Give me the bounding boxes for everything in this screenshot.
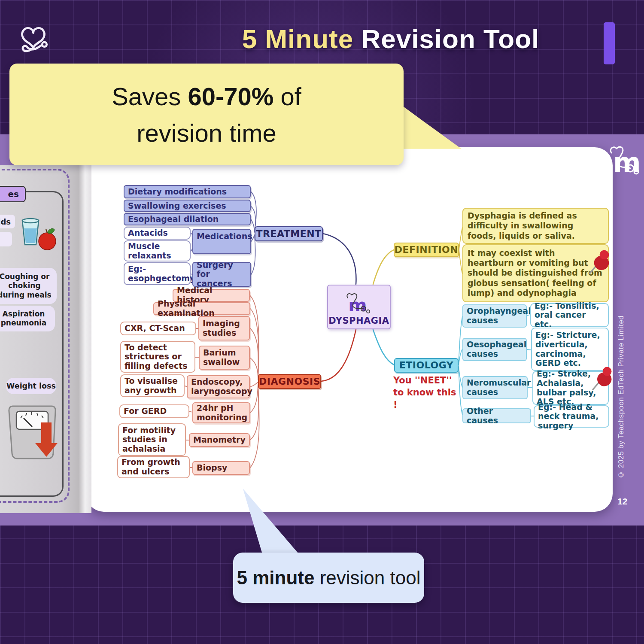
diagnosis-item-strictures-note: To detect strictures or filling defects <box>120 341 195 373</box>
pushpin-icon <box>586 249 611 276</box>
diagnosis-item-gerd-note: For GERD <box>119 404 189 418</box>
diagnosis-item-barium: Barium swallow <box>199 346 250 370</box>
previous-page-edge: es ids Coughing or choking during meals … <box>0 165 91 513</box>
bottom-callout-text: 5 minute revision tool <box>237 567 421 589</box>
diagnosis-item-imaging: Imaging studies <box>198 316 250 340</box>
neet-note: You ''NEET'' to know this ! <box>393 374 462 411</box>
pushpin-icon <box>590 366 613 392</box>
water-glass-apple-illustration <box>19 216 58 252</box>
diagnosis-item-biopsy: Biopsy <box>192 461 250 475</box>
treatment-item-dilation: Esophageal dilation <box>124 213 251 225</box>
copyright-vertical-text: © 2025 by Teachspoon EdTech Private Limi… <box>613 294 629 500</box>
heart-stethoscope-logo-icon <box>18 24 49 53</box>
diagnosis-item-cxr-ct: CXR, CT-Scan <box>120 322 196 335</box>
page-title-highlight: 5 Minute <box>242 24 353 54</box>
brand-m-stethoscope-icon: m <box>605 143 643 181</box>
top-callout-text: Saves <box>112 82 188 110</box>
etiology-example-oropharyngeal: Eg:- Tonsilitis, oral cancer etc. <box>530 303 609 327</box>
top-callout-line1: Saves 60-70% of <box>112 82 301 111</box>
treatment-branch-label: TREATMENT <box>255 226 323 241</box>
diagnosis-item-ulcers-note: From growth and ulcers <box>117 456 190 478</box>
treatment-item-swallowing: Swallowing exercises <box>124 200 251 212</box>
partial-heading-pill: es <box>0 186 26 202</box>
diagnosis-item-motility-note: For motility studies in achalasia <box>118 423 186 456</box>
etiology-branch-label: ETIOLOGY <box>394 358 459 373</box>
treatment-item-antacids: Antacids <box>124 227 191 240</box>
page-number: 12 <box>617 496 627 507</box>
page-title: 5 Minute Revision Tool <box>180 24 601 54</box>
etiology-cause-other: Other causes <box>462 408 531 423</box>
treatment-item-muscle-relaxants: Muscle relaxants <box>124 240 191 261</box>
top-callout-line2: revision time <box>137 118 276 147</box>
etiology-example-oesophageal: Eg:- Stricture, diverticula, carcinoma, … <box>531 328 609 371</box>
diagnosis-item-manometry: Manometry <box>189 433 250 447</box>
treatment-item-surgery: Surgery for cancers <box>192 262 251 287</box>
neet-note-line1: You ''NEET'' <box>393 374 462 386</box>
page: { "header": { "title_highlight": "5 Minu… <box>0 0 644 644</box>
center-node-dysphagia: m DYSPHAGIA <box>327 285 391 329</box>
definition-box-1: Dysphagia is defined as difficulty in sw… <box>462 208 609 244</box>
page-title-rest: Revision Tool <box>353 24 539 54</box>
diagnosis-item-ph-monitoring: 24hr pH monitoring <box>192 402 250 423</box>
bottom-callout: 5 minute revision tool <box>233 553 424 603</box>
diagnosis-item-physical-exam: Physical examination <box>153 302 250 315</box>
symptom-weight-loss-pill: Weight loss <box>6 378 56 394</box>
diagnosis-branch-label: DIAGNOSIS <box>258 374 321 389</box>
top-callout-bold: 60-70% <box>188 82 273 110</box>
symptom-coughing-pill: Coughing or choking during meals <box>0 268 57 304</box>
title-cursor-bar <box>604 22 615 64</box>
top-callout-text-2: of <box>273 82 301 110</box>
top-callout: Saves 60-70% of revision time <box>9 64 404 165</box>
center-m-stethoscope-icon: m <box>343 292 375 316</box>
neet-note-line2: to know this ! <box>393 386 462 411</box>
etiology-cause-oesophageal: Oesophageal causes <box>462 338 527 361</box>
bottom-callout-rest: revision tool <box>314 567 420 588</box>
etiology-cause-neuromuscular: Neromuscular causes <box>462 376 528 399</box>
treatment-item-esophagectomy: Eg:- esophgectomy <box>124 262 191 285</box>
partial-item-pill-2 <box>0 232 12 246</box>
etiology-cause-oropharyngeal: Orophayngeal causes <box>462 304 527 328</box>
symptom-aspiration-pill: Aspiration pneumonia <box>0 306 55 331</box>
top-callout-tail <box>401 105 462 150</box>
center-node-title: DYSPHAGIA <box>328 316 389 326</box>
diagnosis-item-growth-note: To visualise any growth <box>120 374 185 397</box>
svg-text:m: m <box>348 295 367 316</box>
partial-item-pill: ids <box>0 215 15 228</box>
definition-branch-label: DEFINITION <box>394 243 459 257</box>
treatment-item-dietary: Dietary modifications <box>124 185 251 198</box>
diagnosis-item-endoscopy: Endoscopy, laryngoscopy <box>187 375 250 398</box>
weighing-scale-illustration <box>3 398 61 467</box>
bottom-callout-bold: 5 minute <box>237 567 315 588</box>
treatment-item-medications: Medications <box>192 229 251 254</box>
etiology-example-other: Eg:- Head & neck trauma, surgery <box>534 405 609 428</box>
